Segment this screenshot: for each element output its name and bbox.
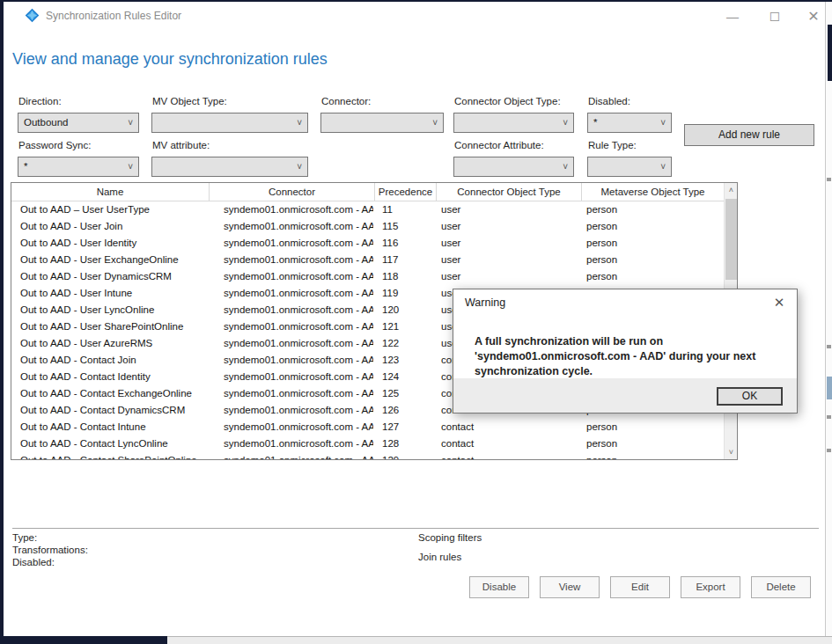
cell-precedence: 128 [382,435,433,452]
table-header: Name Connector Precedence Connector Obje… [11,183,724,201]
cell-precedence: 120 [382,302,433,318]
cell-name: Out to AAD - User AzureRMS [20,335,207,352]
dialog-message: A full synchronization will be run on 's… [475,334,781,379]
cell-connector: syndemo01.onmicrosoft.com - AAD [224,318,373,335]
cell-name: Out to AAD - Contact ExchangeOnline [20,385,207,402]
cell-name: Out to AAD - User Identity [20,235,207,252]
cell-connector: syndemo01.onmicrosoft.com - AAD [224,435,373,452]
mv-attribute-label: MV attribute: [152,140,210,150]
cell-connector-object-type: user [441,268,580,285]
cell-name: Out to AAD - Contact DynamicsCRM [20,402,207,419]
column-header-metaverse-object-type[interactable]: Metaverse Object Type [582,183,724,201]
rule-type-select[interactable]: ˅ [587,157,672,177]
table-row[interactable]: Out to AAD - User Joinsyndemo01.onmicros… [11,218,724,235]
disable-button[interactable]: Disable [469,576,529,598]
table-row[interactable]: Out to AAD - Contact LyncOnlinesyndemo01… [11,435,724,452]
cell-connector: syndemo01.onmicrosoft.com - AAD [224,252,373,268]
table-row[interactable]: Out to AAD - User DynamicsCRMsyndemo01.o… [11,268,724,285]
edit-button[interactable]: Edit [610,576,670,598]
cell-metaverse-object-type: person [586,452,722,460]
cell-connector-object-type: user [441,235,580,252]
mv-object-type-label: MV Object Type: [152,96,227,106]
cell-metaverse-object-type: person [586,235,722,252]
desktop: { "window": { "title": "Synchronization … [0,0,832,644]
chevron-down-icon: ˅ [563,113,568,132]
cell-connector-object-type: contact [441,419,580,435]
join-rules-link: Join rules [418,552,461,562]
background-tick [827,415,831,419]
dialog-close-icon[interactable]: ✕ [770,295,788,311]
background-scrollbar-strip [825,2,832,636]
rule-type-label: Rule Type: [588,140,637,150]
cell-connector: syndemo01.onmicrosoft.com - AAD [224,352,373,369]
cell-connector: syndemo01.onmicrosoft.com - AAD [224,302,373,318]
cell-precedence: 127 [382,419,433,435]
cell-connector-object-type: user [441,218,580,235]
column-header-name[interactable]: Name [11,183,210,201]
connector-object-type-select[interactable]: ˅ [453,113,574,133]
direction-label: Direction: [18,96,62,106]
connector-attribute-select[interactable]: ˅ [453,157,574,177]
cell-connector: syndemo01.onmicrosoft.com - AAD [224,335,373,352]
disabled-select[interactable]: * ˅ [587,113,672,133]
disabled-detail-label: Disabled: [12,557,55,567]
table-row[interactable]: Out to AAD - Contact Intunesyndemo01.onm… [11,419,724,435]
cell-precedence: 122 [382,335,433,352]
add-new-rule-button[interactable]: Add new rule [684,124,814,146]
cell-precedence: 11 [382,201,433,218]
app-icon [25,8,40,23]
transformations-label: Transformations: [12,545,88,555]
background-tick [827,178,831,181]
connector-label: Connector: [321,96,371,106]
cell-name: Out to AAD - User ExchangeOnline [20,252,207,268]
cell-name: Out to AAD – User UserType [20,201,207,218]
export-button[interactable]: Export [681,576,740,598]
scrollbar-thumb[interactable] [725,199,737,280]
cell-metaverse-object-type: person [586,252,722,268]
table-row[interactable]: Out to AAD - User Identitysyndemo01.onmi… [11,235,724,252]
cell-precedence: 116 [382,235,433,252]
background-tick [827,449,831,452]
title-bar[interactable]: Synchronization Rules Editor — ☐ ✕ [4,2,825,29]
cell-name: Out to AAD - User DynamicsCRM [20,268,207,285]
mv-attribute-select[interactable]: ˅ [151,157,308,177]
column-header-connector-object-type[interactable]: Connector Object Type [437,183,582,201]
cell-connector-object-type: contact [441,435,580,452]
cell-connector: syndemo01.onmicrosoft.com - AAD [224,369,373,385]
ok-button[interactable]: OK [717,387,783,406]
page-title: View and manage your synchronization rul… [12,50,328,69]
delete-button[interactable]: Delete [751,576,811,598]
view-button[interactable]: View [540,576,600,598]
cell-name: Out to AAD - Contact Join [20,352,207,369]
chevron-down-icon: ˅ [660,113,666,132]
type-label: Type: [12,532,37,543]
cell-connector: syndemo01.onmicrosoft.com - AAD [224,285,373,302]
close-button[interactable]: ✕ [796,5,831,28]
direction-select[interactable]: Outbound ˅ [18,113,139,133]
background-scroll-thumb [827,377,832,399]
table-row[interactable]: Out to AAD - User ExchangeOnlinesyndemo0… [11,252,724,268]
dialog-title: Warning [465,296,505,309]
cell-connector-object-type: user [441,252,580,268]
cell-precedence: 124 [382,369,433,385]
password-sync-select[interactable]: * ˅ [18,157,139,177]
chevron-down-icon: ˅ [432,113,438,132]
scroll-down-icon[interactable]: ˅ [725,445,738,459]
column-header-precedence[interactable]: Precedence [375,183,437,201]
table-row[interactable]: Out to AAD – User UserTypesyndemo01.onmi… [11,201,724,218]
background-navy-fragment [828,25,832,81]
scroll-up-icon[interactable]: ˄ [725,183,738,197]
table-row[interactable]: Out to AAD - Contact SharePointOnlinesyn… [11,452,724,460]
maximize-button[interactable]: ☐ [757,5,792,28]
connector-select[interactable]: ˅ [320,113,444,133]
cell-metaverse-object-type: person [586,419,722,435]
window-title: Synchronization Rules Editor [46,10,181,22]
cell-name: Out to AAD - Contact SharePointOnline [20,452,207,460]
cell-precedence: 117 [382,252,433,268]
mv-object-type-select[interactable]: ˅ [151,113,308,133]
column-header-connector[interactable]: Connector [210,183,375,201]
minimize-button[interactable]: — [715,5,750,28]
dialog-footer: OK [453,378,797,413]
cell-precedence: 118 [382,268,433,285]
cell-precedence: 123 [382,352,433,369]
